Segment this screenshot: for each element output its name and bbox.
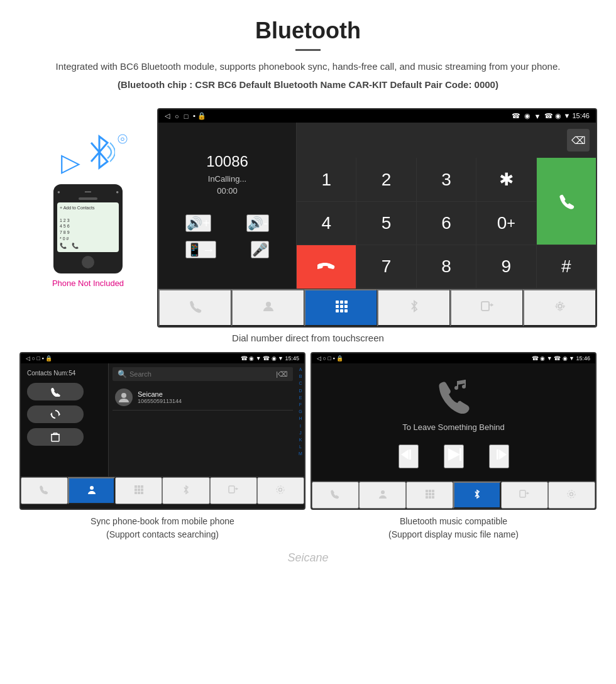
key-9[interactable]: 9 [476,245,536,288]
music-nav-settings[interactable] [548,482,595,509]
contacts-wifi-icon: ▼ [256,355,261,361]
svg-rect-52 [432,493,434,495]
contact-item[interactable]: Seicane 10655059113144 [113,385,293,411]
contacts-nav-contacts[interactable] [68,477,115,504]
dial-nav-phone[interactable] [158,289,231,326]
music-nav-settings-icon [566,489,576,499]
dial-nav-transfer[interactable] [450,289,523,326]
key-4[interactable]: 4 [297,202,356,245]
music-next-button[interactable] [489,444,509,468]
alpha-h: H [299,415,302,422]
music-home-icon: ○ [323,355,326,361]
music-caption-text: Bluetooth music compatible(Support displ… [388,516,519,539]
contact-number: 10655059113144 [138,398,182,404]
svg-rect-5 [340,305,343,308]
microphone-button[interactable]: 🎤 [251,241,269,258]
transfer-button[interactable]: 📱→ [185,241,216,258]
android-dial-screen: ◁ ○ □ ▪ 🔒 ☎ ◉ ▼ ☎ ◉ ▼ 15:46 10086 InCall… [157,108,597,328]
phone-aside: ▷ ⦾ ● ━━ ● + Add to Contacts [19,108,157,328]
music-nav-contacts[interactable] [359,482,406,509]
svg-rect-24 [141,485,143,488]
music-nav-phone[interactable] [312,482,359,509]
dial-nav-contacts[interactable] [231,289,304,326]
contacts-nav-transfer[interactable] [210,477,257,504]
svg-rect-27 [141,488,143,491]
contacts-nav-keypad[interactable] [115,477,162,504]
contacts-nav-phone[interactable] [21,477,68,504]
alpha-m: M [299,450,302,457]
nav-bt-icon [407,299,421,313]
svg-marker-40 [448,448,460,461]
contact-name: Seicane [138,390,182,398]
music-caption: Bluetooth music compatible(Support displ… [311,515,597,541]
music-phone-icon: ☎ [532,355,539,361]
call-icon [558,192,575,210]
contacts-nav-bluetooth[interactable] [162,477,209,504]
dial-screen-section: ▷ ⦾ ● ━━ ● + Add to Contacts [0,108,616,328]
contacts-delete-button[interactable] [27,428,84,446]
notification-icon: ▪ 🔒 [193,112,206,120]
back-nav-icon: ◁ [165,112,170,120]
key-7[interactable]: 7 [356,245,415,288]
dial-nav-settings[interactable] [523,289,596,326]
dial-screen-caption: Dial number direct from touchscreen [0,333,616,343]
key-0plus[interactable]: 0+ [476,202,536,245]
svg-point-46 [381,490,385,494]
end-call-button[interactable] [297,245,356,289]
contacts-content: Contacts Num:54 🔍 | ⌫ [21,363,304,477]
key-1[interactable]: 1 [297,158,356,201]
key-2[interactable]: 2 [356,158,415,201]
contacts-search-input[interactable] [129,370,276,378]
music-nav-transfer[interactable] [501,482,548,509]
music-prev-button[interactable] [399,444,419,468]
nav-contacts-icon [261,299,275,313]
music-nav-keypad[interactable] [406,482,453,509]
svg-rect-29 [138,492,140,494]
svg-marker-38 [401,450,409,460]
key-star[interactable]: ✱ [476,158,536,201]
status-left: ◁ ○ □ ▪ 🔒 [165,112,206,120]
svg-rect-3 [344,301,348,304]
contacts-nav-phone-icon [40,485,50,495]
dial-nav-keypad[interactable] [304,289,377,326]
end-call-icon [317,258,335,276]
key-5[interactable]: 5 [356,202,415,245]
phone-not-included-label: Phone Not Included [52,279,124,288]
key-3[interactable]: 3 [417,158,476,201]
contacts-sync-button[interactable] [27,405,84,423]
phone-front-camera-icon: ● [57,189,60,195]
key-hash[interactable]: # [537,245,596,288]
call-button[interactable] [537,158,596,245]
svg-rect-28 [135,492,137,494]
svg-point-21 [90,486,94,490]
status-right: ☎ ◉ ▼ ☎ ◉ ▼ 15:46 [512,112,590,120]
location-icon: ◉ [524,112,531,120]
music-nav-person-icon [378,489,388,499]
svg-rect-49 [432,490,434,492]
svg-rect-43 [459,448,461,461]
music-screen: ◁ ○ □ ▪ 🔒 ☎ ◉ ▼ ☎ ◉ ▼ 15:46 [311,352,597,510]
volume-up-button[interactable]: 🔊+ [185,214,211,232]
volume-down-button[interactable]: 🔊- [246,214,269,232]
svg-point-57 [570,493,573,496]
music-nav-bluetooth[interactable] [453,482,500,509]
phone-home-button[interactable] [82,256,94,268]
dial-calling-status: InCalling... [168,174,287,184]
alpha-i: I [300,422,301,429]
svg-rect-7 [336,309,339,312]
key-8[interactable]: 8 [417,245,476,288]
contacts-nav-settings[interactable] [257,477,304,504]
key-6[interactable]: 6 [417,202,476,245]
contacts-call-button[interactable] [27,383,84,400]
search-icon: 🔍 [118,370,127,378]
music-notif-icon: ▪ 🔒 [333,355,343,361]
dial-nav-bluetooth[interactable] [377,289,450,326]
dial-status-bar: ◁ ○ □ ▪ 🔒 ☎ ◉ ▼ ☎ ◉ ▼ 15:46 [158,109,596,123]
svg-rect-26 [138,488,140,491]
svg-point-33 [277,486,284,494]
phone-status-icon: ☎ [512,112,520,120]
music-play-pause-button[interactable] [444,444,464,468]
contacts-home-icon: ○ [32,355,35,361]
contacts-status-bar: ◁ ○ □ ▪ 🔒 ☎ ◉ ▼ ☎ ◉ ▼ 15:45 [21,353,304,363]
dial-backspace-button[interactable]: ⌫ [567,129,590,152]
